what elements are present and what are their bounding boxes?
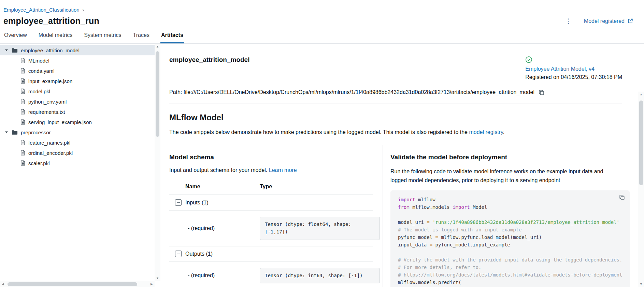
scroll-down-icon[interactable]: ▼ — [155, 275, 160, 281]
page-header: Employee_Attrition_Classification › empl… — [0, 0, 644, 26]
code-line: model_uri=model_uri, — [398, 286, 622, 287]
tree-item-label: MLmodel — [28, 58, 49, 64]
validate-section: Validate the model before deployment Run… — [383, 145, 630, 287]
copy-code-icon[interactable] — [619, 194, 625, 202]
tree-horizontal-scrollbar[interactable]: ◀ ▶ — [0, 281, 155, 287]
mlflow-model-description: The code snippets below demonstrate how … — [169, 128, 622, 136]
registered-model-version-link[interactable]: Employee Attrition Model, v4 — [525, 66, 595, 72]
page-title: employee_attrition_run — [3, 16, 99, 26]
file-icon — [20, 58, 25, 63]
tree-item-label: feature_names.pkl — [28, 140, 70, 146]
external-link-icon — [627, 18, 633, 24]
file-icon — [20, 119, 25, 125]
artifact-tree: employee_attrition_modelMLmodelconda.yam… — [0, 44, 155, 281]
schema-table-header: Name Type — [169, 184, 373, 195]
breadcrumb: Employee_Attrition_Classification › — [3, 7, 639, 13]
file-icon — [20, 160, 25, 166]
code-line: # https://mlflow.org/docs/latest/models.… — [398, 271, 622, 279]
tree-file-conda-yaml[interactable]: conda.yaml — [0, 66, 155, 76]
scroll-left-icon[interactable]: ◀ — [0, 281, 6, 287]
mlflow-run-page: Employee_Attrition_Classification › empl… — [0, 0, 644, 296]
tab-system-metrics[interactable]: System metrics — [83, 32, 122, 43]
schema-section-outputs-1-: Outputs (1)- (required)Tensor (dtype: in… — [169, 246, 373, 287]
artifact-view: employee_attrition_model Employee Attrit… — [160, 44, 644, 287]
tree-file-input-example-json[interactable]: input_example.json — [0, 76, 155, 86]
overflow-menu-icon[interactable]: ⋮ — [563, 16, 574, 26]
copy-path-icon[interactable] — [539, 90, 544, 95]
tree-file-python-env-yaml[interactable]: python_env.yaml — [0, 96, 155, 107]
tree-scrollbar-thumb[interactable] — [156, 51, 159, 137]
tree-folder-preprocessor[interactable]: preprocessor — [0, 127, 155, 137]
schema-section-toggle[interactable]: Outputs (1) — [169, 246, 373, 262]
schema-sections: Inputs (1)- (required)Tensor (dtype: flo… — [169, 195, 373, 287]
code-line: import mlflow — [398, 196, 622, 203]
tree-item-label: scaler.pkl — [28, 160, 50, 166]
schema-row-name: - (required) — [169, 225, 260, 231]
tab-model-metrics[interactable]: Model metrics — [38, 32, 73, 43]
code-line — [398, 211, 622, 218]
tree-vertical-scrollbar[interactable]: ▲ ▼ — [155, 44, 160, 281]
folder-icon — [12, 130, 18, 135]
artifact-path-row: Path: file:///C:/Users/DELL/OneDrive/Des… — [169, 89, 622, 104]
file-icon — [20, 78, 25, 84]
artifact-sidebar: employee_attrition_modelMLmodelconda.yam… — [0, 44, 160, 287]
file-icon — [20, 109, 25, 115]
code-line: # For more details, refer to: — [398, 264, 622, 271]
schema-row: - (required)Tensor (dtype: int64, shape:… — [169, 262, 373, 287]
schema-section-label: Inputs (1) — [185, 200, 209, 206]
tree-file-model-pkl[interactable]: model.pkl — [0, 86, 155, 96]
learn-more-link[interactable]: Learn more — [269, 167, 297, 173]
code-line: # The model is logged with an input exam… — [398, 226, 622, 233]
tree-file-mlmodel[interactable]: MLmodel — [0, 55, 155, 66]
caret-down-icon[interactable] — [5, 49, 9, 52]
registered-date: Registered on 04/16/2025, 07:30:18 PM — [525, 74, 622, 80]
schema-row-name: - (required) — [169, 272, 260, 279]
collapse-minus-icon[interactable] — [175, 251, 182, 257]
schema-section-inputs-1-: Inputs (1)- (required)Tensor (dtype: flo… — [169, 195, 373, 246]
schema-section-toggle[interactable]: Inputs (1) — [169, 195, 373, 211]
tree-item-label: model.pkl — [28, 89, 50, 94]
model-schema-subtitle: Input and output schema for your model. … — [169, 167, 373, 173]
breadcrumb-chevron-icon: › — [83, 7, 84, 13]
tree-folder-employee-attrition-model[interactable]: employee_attrition_model — [0, 45, 155, 55]
file-icon — [20, 89, 25, 94]
tree-item-label: python_env.yaml — [28, 99, 67, 105]
tree-item-label: preprocessor — [21, 130, 51, 135]
model-registered-label: Model registered — [584, 18, 625, 24]
tab-artifacts[interactable]: Artifacts — [160, 32, 184, 43]
tab-traces[interactable]: Traces — [132, 32, 150, 43]
scroll-up-icon[interactable]: ▲ — [638, 92, 644, 97]
main-vertical-scrollbar[interactable]: ▲ ▼ — [638, 92, 644, 287]
file-icon — [20, 68, 25, 73]
collapse-minus-icon[interactable] — [175, 199, 182, 206]
tree-item-label: employee_attrition_model — [21, 48, 80, 53]
tree-hscrollbar-thumb[interactable] — [8, 282, 137, 286]
code-line: input_data = pyfunc_model.input_example — [398, 241, 622, 248]
scroll-down-icon[interactable]: ▼ — [638, 281, 644, 287]
tree-file-feature-names-pkl[interactable]: feature_names.pkl — [0, 137, 155, 148]
scroll-right-icon[interactable]: ▶ — [149, 281, 155, 287]
tree-file-serving-input-example-json[interactable]: serving_input_example.json — [0, 117, 155, 127]
code-line: pyfunc_model = mlflow.pyfunc.load_model(… — [398, 233, 622, 241]
tree-file-requirements-txt[interactable]: requirements.txt — [0, 107, 155, 117]
tree-file-scaler-pkl[interactable]: scaler.pkl — [0, 158, 155, 168]
schema-row: - (required)Tensor (dtype: float64, shap… — [169, 211, 373, 246]
mlflow-model-heading: MLflow Model — [169, 113, 622, 122]
validate-code-block: import mlflowfrom mlflow.models import M… — [390, 190, 630, 287]
code-line: # Verify the model with the provided inp… — [398, 256, 622, 264]
model-registered-link[interactable]: Model registered — [584, 18, 633, 24]
validate-heading: Validate the model before deployment — [390, 153, 630, 161]
file-icon — [20, 99, 25, 104]
caret-down-icon[interactable] — [5, 131, 9, 134]
validate-description: Run the following code to validate model… — [390, 167, 616, 185]
schema-table: Name Type Inputs (1)- (required)Tensor (… — [169, 184, 373, 287]
tree-file-ordinal-encoder-pkl[interactable]: ordinal_encoder.pkl — [0, 148, 155, 158]
tab-overview[interactable]: Overview — [3, 32, 28, 43]
scroll-up-icon[interactable]: ▲ — [155, 44, 160, 50]
code-line: model_uri = 'runs:/1f40a8986bb2432da31d0… — [398, 218, 622, 226]
breadcrumb-experiment-link[interactable]: Employee_Attrition_Classification — [3, 7, 80, 13]
code-line — [398, 248, 622, 256]
model-schema-heading: Model schema — [169, 153, 373, 161]
model-registry-link[interactable]: model registry — [469, 129, 503, 135]
main-scrollbar-thumb[interactable] — [639, 100, 643, 185]
